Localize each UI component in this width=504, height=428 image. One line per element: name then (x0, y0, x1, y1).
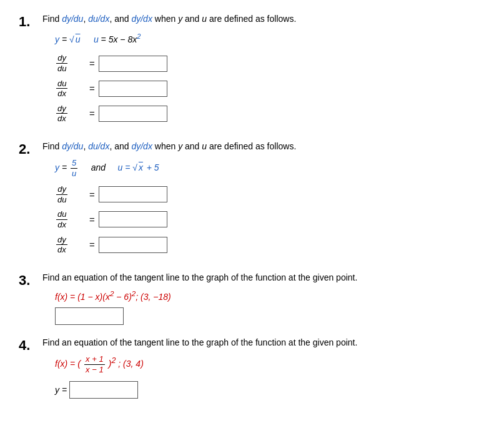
p3-fx: f (55, 291, 57, 301)
p4-answer-input[interactable] (69, 381, 138, 399)
p1-dydx-input[interactable] (99, 106, 167, 122)
p4-answer-row: y = (55, 381, 485, 399)
problem-1: 1. Find dy/du, du/dx, and dy/dx when y a… (19, 12, 485, 129)
p2-dydx-input[interactable] (99, 237, 167, 253)
p1-dydu-frac: dy du (56, 53, 67, 73)
problem-1-text: Find dy/du, du/dx, and dy/dx when y and … (42, 12, 485, 26)
p2-equals1: = (62, 162, 69, 172)
p2-dydx-num: dy (56, 235, 67, 246)
p2-y: y (178, 141, 182, 151)
p1-equals1: = (62, 34, 69, 44)
p1-dudx-eq: = (89, 83, 95, 94)
p1-dydx-den: dx (56, 114, 67, 124)
problem-3-text: Find an equation of the tangent line to … (42, 271, 485, 284)
p4-frac-den: x − 1 (84, 365, 105, 375)
p1-du-dx: du/dx (88, 14, 109, 24)
p4-formula: f(x) = ( x + 1 x − 1 )2 ; (3, 4) (55, 354, 485, 374)
p2-dy-du: dy/du (62, 141, 83, 151)
p2-dydu-den: du (56, 195, 67, 205)
p1-dydx-frac: dy dx (56, 104, 67, 124)
p2-equals2: = √x + 5 (125, 162, 159, 172)
p1-equals2: = 5x − 8x (101, 34, 137, 44)
p2-dydx-eq: = (89, 239, 95, 250)
p2-dudx-label: du dx (55, 209, 89, 229)
problem-2-text: Find dy/du, du/dx, and dy/dx when y and … (42, 140, 485, 153)
p1-dudx-row: du dx = (55, 79, 485, 99)
p1-dydu-den: du (56, 64, 67, 74)
p2-formula-u: u (117, 162, 122, 172)
p2-dydx-den: dx (56, 245, 67, 255)
p4-big-frac-wrap2: )2 (109, 358, 116, 369)
p3-answer-input[interactable] (55, 307, 124, 325)
p2-u: u (202, 141, 207, 151)
p1-sq: 2 (137, 32, 141, 40)
p2-and: and (91, 162, 106, 172)
p1-formula-u: u (94, 34, 99, 44)
problem-1-number: 1. (19, 12, 42, 30)
problem-4-content: Find an equation of the tangent line to … (42, 336, 485, 402)
p1-dydu-label: dy du (55, 53, 89, 73)
p2-dydx-row: dy dx = (55, 235, 485, 255)
p1-formula: y = √u u = 5x − 8x2 (55, 31, 485, 47)
p1-dydu-input[interactable] (99, 56, 167, 72)
p2-dudx-input[interactable] (99, 211, 167, 227)
p1-dy-dx: dy/dx (131, 14, 152, 24)
problem-2: 2. Find dy/du, du/dx, and dy/dx when y a… (19, 140, 485, 260)
p1-dydu-num: dy (56, 53, 67, 64)
p1-y: y (178, 14, 182, 24)
p2-dudx-row: du dx = (55, 209, 485, 229)
p1-u: u (202, 14, 207, 24)
p4-sq: 2 (112, 356, 116, 365)
p2-dudx-num: du (56, 209, 67, 220)
p2-dydu-eq: = (89, 189, 95, 200)
p1-dydu-row: dy du = (55, 53, 485, 73)
p2-formula-y: y (55, 162, 59, 172)
p2-frac-5u-num: 5 (71, 158, 77, 169)
problem-4: 4. Find an equation of the tangent line … (19, 336, 485, 402)
p2-dydu-num: dy (56, 184, 67, 195)
p2-dydu-frac: dy du (56, 184, 67, 204)
p4-frac: x + 1 x − 1 (84, 354, 105, 374)
p1-dydx-eq: = (89, 108, 95, 119)
p1-dydx-label: dy dx (55, 104, 89, 124)
p4-fx: f (55, 359, 57, 369)
p2-dydx-label: dy dx (55, 235, 89, 255)
p3-sq1: 2 (110, 289, 114, 297)
p2-dudx-den: dx (56, 220, 67, 230)
p1-dydx-num: dy (56, 104, 67, 114)
p2-frac-5u-den: u (71, 169, 77, 179)
p2-dydx-frac: dy dx (56, 235, 67, 255)
p2-dydu-label: dy du (55, 184, 89, 204)
p1-dudx-frac: du dx (56, 79, 67, 99)
p1-dudx-label: du dx (55, 79, 89, 99)
p3-answer-container (55, 307, 485, 325)
p4-y-label: y = (55, 385, 67, 395)
p2-dy-dx: dy/dx (131, 141, 152, 151)
p4-big-frac-wrap: ( (77, 358, 81, 369)
p1-dydu-eq: = (89, 58, 95, 69)
p1-dudx-input[interactable] (99, 81, 167, 97)
p1-dydx-row: dy dx = (55, 104, 485, 124)
problem-2-content: Find dy/du, du/dx, and dy/dx when y and … (42, 140, 485, 260)
problem-4-number: 4. (19, 336, 42, 354)
problem-1-content: Find dy/du, du/dx, and dy/dx when y and … (42, 12, 485, 129)
p2-dudx-frac: du dx (56, 209, 67, 229)
p3-sq2: 2 (132, 289, 136, 297)
p1-formula-y: y (55, 34, 59, 44)
p3-formula: f(x) = (1 − x)(x2 − 6)2; (3, −18) (55, 289, 485, 302)
problem-3-number: 3. (19, 271, 42, 289)
p2-dydu-input[interactable] (99, 186, 167, 202)
p2-du-dx: du/dx (88, 141, 109, 151)
p2-frac-5u: 5 u (71, 158, 77, 178)
p2-dudx-eq: = (89, 214, 95, 225)
problem-3-content: Find an equation of the tangent line to … (42, 271, 485, 326)
p4-frac-num: x + 1 (84, 354, 105, 365)
p1-dy-du: dy/du (62, 14, 83, 24)
problem-3: 3. Find an equation of the tangent line … (19, 271, 485, 326)
problem-2-number: 2. (19, 140, 42, 157)
p1-dudx-den: dx (56, 89, 67, 99)
p1-sqrt-u: √u (69, 34, 81, 44)
p1-dudx-num: du (56, 79, 67, 89)
p2-formula: y = 5 u and u = √x + 5 (55, 158, 485, 178)
problem-4-text: Find an equation of the tangent line to … (42, 336, 485, 349)
